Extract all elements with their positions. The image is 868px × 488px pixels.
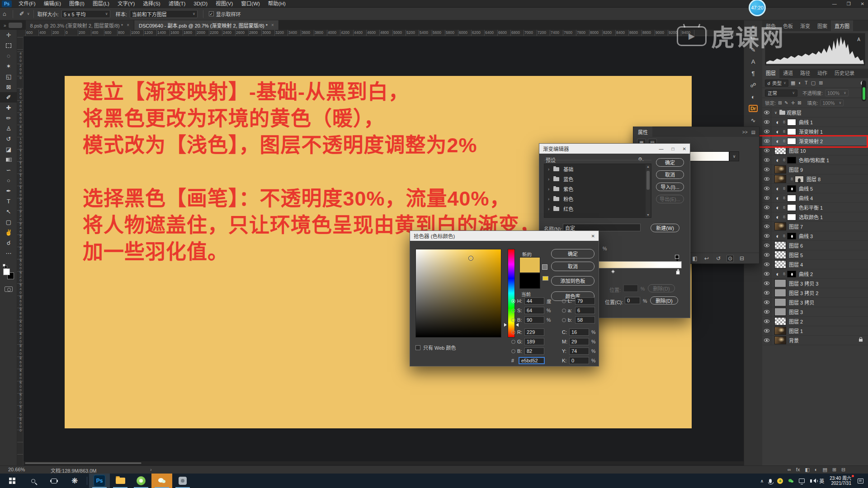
home-icon[interactable]: ⌂ xyxy=(3,10,6,17)
chevron-right-icon[interactable]: › xyxy=(548,167,549,172)
layer-row[interactable]: 图层 7 xyxy=(762,222,868,231)
import-button[interactable]: 导入(I)... xyxy=(656,183,684,191)
visibility-toggle[interactable] xyxy=(762,184,771,193)
status-chevron-icon[interactable]: › xyxy=(150,467,152,472)
layer-thumbnail[interactable] xyxy=(774,279,786,287)
tab-通道[interactable]: 通道 xyxy=(779,67,797,78)
layer-row[interactable]: ◐8色相/饱和度 1 xyxy=(762,155,868,165)
filter-icon[interactable]: ◐ xyxy=(798,80,802,86)
visibility-toggle[interactable] xyxy=(762,241,771,250)
foreground-color-swatch[interactable] xyxy=(3,268,10,275)
taskbar-media-app-icon[interactable] xyxy=(172,474,193,488)
visibility-icon[interactable]: ⊙ xyxy=(726,255,734,262)
visibility-toggle[interactable] xyxy=(762,317,771,326)
mask-thumbnail[interactable] xyxy=(787,204,796,211)
magic-wand-tool[interactable]: ✶ xyxy=(0,61,17,71)
radio-G:[interactable] xyxy=(511,340,515,344)
mask-thumbnail[interactable] xyxy=(787,128,796,135)
visibility-toggle[interactable] xyxy=(762,108,771,117)
collapse-panels-icon[interactable]: « xyxy=(744,20,763,32)
layer-row[interactable]: ◐8曲线 1 xyxy=(762,117,868,127)
visibility-toggle[interactable] xyxy=(762,269,771,279)
tab-图案[interactable]: 图案 xyxy=(814,20,831,31)
new-button[interactable]: 新建(W) xyxy=(651,224,679,232)
eraser-tool[interactable]: ◪ xyxy=(0,144,17,155)
layer-row[interactable]: ◐8色彩平衡 1 xyxy=(762,203,868,212)
layer-row[interactable]: 图层 1 xyxy=(762,326,868,336)
opacity-stop[interactable] xyxy=(675,255,679,259)
position-input[interactable]: 0 xyxy=(625,297,640,304)
close-icon[interactable]: ✕ xyxy=(683,146,686,151)
document-tab[interactable]: DSC09640 - 副本.psb @ 20.7% (渐变映射 2, 图层蒙版/… xyxy=(134,20,279,30)
adjustments-panel-icon[interactable]: ◐ xyxy=(744,91,763,103)
layer-thumbnail[interactable] xyxy=(774,308,786,316)
taskbar-task-view-icon[interactable] xyxy=(43,474,64,488)
layer-row[interactable]: 图层 4 xyxy=(762,260,868,269)
filter-icon[interactable]: ▢ xyxy=(811,80,816,86)
layer-thumbnail[interactable] xyxy=(774,336,786,344)
menu-item[interactable]: 图像(I) xyxy=(65,0,89,8)
ime-indicator[interactable]: 英 xyxy=(819,477,824,484)
scrollbar-thumb[interactable] xyxy=(646,171,650,190)
field-input[interactable]: 64 xyxy=(524,307,544,314)
menu-item[interactable]: 窗口(W) xyxy=(237,0,264,8)
eyedropper-tool[interactable]: ✐ xyxy=(0,92,17,103)
layer-thumbnail[interactable] xyxy=(774,289,786,297)
visibility-toggle[interactable] xyxy=(762,174,771,184)
layer-row[interactable]: ∨观察层 xyxy=(762,108,868,117)
color-stop[interactable] xyxy=(676,271,680,275)
visibility-toggle[interactable] xyxy=(762,288,771,298)
panel-menu-icon[interactable]: ▤ xyxy=(751,130,755,135)
hand-tool[interactable]: ✌ xyxy=(0,227,17,238)
layer-row[interactable]: 图层 6 xyxy=(762,241,868,250)
layer-thumbnail[interactable] xyxy=(774,260,786,268)
radio-R:[interactable] xyxy=(511,330,515,334)
layer-row[interactable]: 图层 9 xyxy=(762,165,868,174)
mask-thumbnail[interactable] xyxy=(787,271,796,277)
healing-brush-tool[interactable]: ✚ xyxy=(0,103,17,113)
layer-row[interactable]: ◐8曲线 4 xyxy=(762,193,868,203)
visibility-toggle[interactable] xyxy=(762,326,771,336)
maximize-icon[interactable]: □ xyxy=(672,146,675,151)
layer-row[interactable]: 图层 3 xyxy=(762,307,868,317)
mask-icon[interactable]: ◧ xyxy=(691,255,698,262)
visibility-toggle[interactable] xyxy=(762,279,771,288)
lock-icon[interactable]: ⊠ xyxy=(797,100,801,105)
radio-a:[interactable] xyxy=(562,309,566,313)
tab-图层[interactable]: 图层 xyxy=(762,67,779,78)
gradient-tool[interactable] xyxy=(0,155,17,165)
plugin-panel-icon[interactable]: ∿ xyxy=(744,114,763,126)
layer-row[interactable]: 图层 2 xyxy=(762,317,868,326)
visibility-toggle[interactable] xyxy=(762,155,771,165)
mask-thumbnail[interactable] xyxy=(787,195,796,202)
sample-select[interactable]: 当前和下方图层 ∨ xyxy=(130,10,198,18)
visibility-toggle[interactable] xyxy=(762,212,771,222)
visibility-toggle[interactable] xyxy=(762,307,771,317)
mask-thumbnail[interactable] xyxy=(787,185,796,192)
shape-tool[interactable]: ▢ xyxy=(0,217,17,227)
field-input[interactable]: 189 xyxy=(524,338,544,345)
eyedropper-options-icon[interactable]: ✐ xyxy=(19,10,24,17)
gear-icon[interactable]: ⚙. xyxy=(638,156,644,162)
fill-select[interactable]: 100% ∨ xyxy=(820,99,844,106)
horizontal-scrollbar[interactable] xyxy=(24,461,744,465)
visibility-toggle[interactable] xyxy=(762,250,771,260)
brush-settings-panel-icon[interactable]: ✏ xyxy=(744,32,763,44)
layer-effects-icon[interactable]: fx xyxy=(796,467,800,472)
delete-button[interactable]: 删除(D) xyxy=(650,296,678,305)
web-only-checkbox[interactable] xyxy=(415,345,420,350)
radio-L:[interactable] xyxy=(562,299,566,303)
menu-item[interactable]: 图层(L) xyxy=(89,0,113,8)
menu-item[interactable]: 编辑(E) xyxy=(40,0,65,8)
field-input[interactable]: 79 xyxy=(575,297,595,305)
taskbar-search-icon[interactable] xyxy=(23,474,43,488)
field-input[interactable]: 0 xyxy=(569,357,589,364)
color-field-marker[interactable] xyxy=(468,256,473,261)
scrollbar-thumb[interactable] xyxy=(24,462,142,465)
field-input[interactable]: 58 xyxy=(575,316,595,324)
dr-plugin-panel-icon[interactable]: Dr xyxy=(744,103,763,114)
ok-button[interactable]: 确定 xyxy=(551,249,594,258)
new-adjustment-icon[interactable]: ◐ xyxy=(815,467,818,472)
field-input[interactable]: 16 xyxy=(569,328,589,336)
taskbar-photoshop-icon[interactable]: Ps xyxy=(89,474,110,488)
